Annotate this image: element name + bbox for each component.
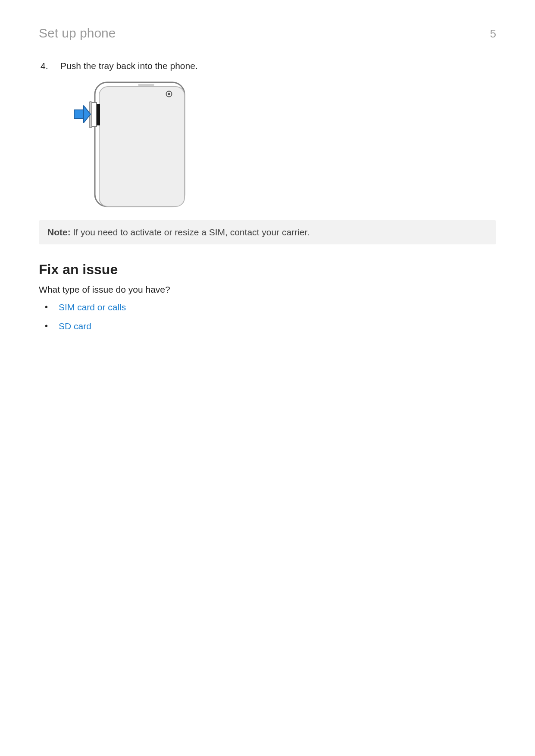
illustration-push-tray xyxy=(73,79,496,209)
svg-rect-1 xyxy=(99,87,185,206)
document-page: Set up phone 5 4. Push the tray back int… xyxy=(0,0,535,364)
note-text: If you need to activate or resize a SIM,… xyxy=(71,227,310,237)
step-number: 4. xyxy=(39,59,60,72)
arrow-right-icon xyxy=(74,106,91,123)
step-text: Push the tray back into the phone. xyxy=(60,59,496,72)
phone-push-tray-icon xyxy=(73,79,185,207)
list-item: SD card xyxy=(39,320,496,332)
note-label: Note: xyxy=(47,227,71,237)
page-title: Set up phone xyxy=(39,26,116,41)
section-heading-fix-an-issue: Fix an issue xyxy=(39,262,496,278)
issue-type-list: SIM card or calls SD card xyxy=(39,301,496,332)
page-number: 5 xyxy=(490,27,496,41)
svg-rect-2 xyxy=(138,84,154,86)
list-item: SIM card or calls xyxy=(39,301,496,313)
instruction-step-4: 4. Push the tray back into the phone. xyxy=(39,59,496,72)
link-sd-card[interactable]: SD card xyxy=(59,321,91,331)
page-header: Set up phone 5 xyxy=(39,26,496,41)
svg-rect-8 xyxy=(74,110,84,119)
link-sim-card-or-calls[interactable]: SIM card or calls xyxy=(59,302,126,312)
svg-rect-7 xyxy=(97,104,100,125)
note-box: Note: If you need to activate or resize … xyxy=(39,220,496,244)
section-intro: What type of issue do you have? xyxy=(39,284,496,295)
svg-point-4 xyxy=(168,93,170,95)
